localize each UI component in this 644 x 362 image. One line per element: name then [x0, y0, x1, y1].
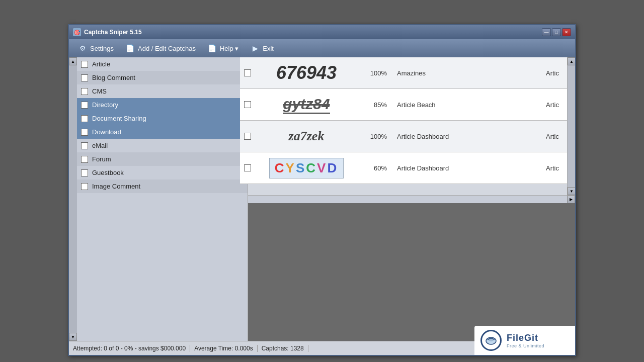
row4-captcha-image: CYSCVD [256, 154, 357, 182]
sidebar-item-cms[interactable]: CMS [77, 84, 248, 98]
left-scroll-down[interactable]: ▼ [69, 333, 77, 341]
menu-help-label: Help ▾ [220, 45, 238, 52]
row2-checkbox[interactable] [244, 101, 251, 108]
status-attempted: Attempted: 0 of 0 - 0% - savings $000.00… [73, 345, 190, 352]
menu-exit-label: Exit [263, 45, 274, 52]
sidebar-label-guestbook: Guestbook [92, 169, 124, 176]
filegit-icon [480, 330, 502, 351]
left-scroll-track [69, 65, 77, 333]
sidebar-item-forum[interactable]: Forum [77, 152, 248, 166]
sidebar-item-guestbook[interactable]: Guestbook [77, 166, 248, 179]
left-panel-area: ▲ ▼ Article Blog Comment C [69, 57, 240, 341]
row3-percent: 100% [362, 133, 387, 140]
checkbox-forum[interactable] [81, 156, 88, 163]
checkbox-directory[interactable] [81, 102, 88, 109]
menu-add-edit-label: Add / Edit Captchas [138, 45, 196, 52]
menu-add-edit[interactable]: 📄 Add / Edit Captchas [121, 42, 201, 55]
app-icon: 🎯 [73, 28, 81, 36]
sidebar-label-forum: Forum [92, 155, 111, 163]
sidebar-list: Article Blog Comment CMS Directory [77, 57, 248, 341]
row1-site: Amazines [392, 69, 541, 77]
left-scroll-up[interactable]: ▲ [69, 57, 77, 65]
row1-checkbox[interactable] [244, 69, 251, 76]
filegit-text-area: FileGit Free & Unlimited [507, 333, 544, 348]
minimize-button[interactable]: — [542, 28, 551, 36]
table-row: 676943 100% Amazines Artic [240, 57, 575, 89]
menu-exit[interactable]: ▶ Exit [246, 42, 279, 55]
checkbox-guestbook[interactable] [81, 169, 88, 176]
bottom-gray-area [240, 203, 575, 341]
row4-site: Article Dashboard [392, 164, 541, 172]
menu-settings[interactable]: ⚙ Settings [73, 42, 119, 55]
table-scrollbar-v: ▲ ▼ [567, 57, 575, 195]
sidebar-item-document-sharing[interactable]: Document Sharing [77, 112, 248, 125]
checkbox-article[interactable] [81, 61, 88, 68]
title-bar-left: 🎯 Captcha Sniper 5.15 [73, 28, 142, 36]
checkbox-cms[interactable] [81, 88, 88, 95]
checkbox-email[interactable] [81, 142, 88, 149]
sidebar-label-email: eMail [92, 142, 108, 149]
title-controls: — □ ✕ [542, 28, 571, 36]
filegit-tagline: Free & Unlimited [507, 343, 544, 348]
row4-checkbox[interactable] [244, 164, 251, 171]
sidebar-label-download: Download [92, 128, 121, 136]
sidebar-item-image-comment[interactable]: Image Comment [77, 179, 248, 193]
row3-checkbox[interactable] [244, 133, 251, 140]
row3-captcha-text: za7zek [289, 129, 325, 144]
checkbox-document-sharing[interactable] [81, 115, 88, 122]
table-scroll-track [568, 65, 575, 187]
title-bar: 🎯 Captcha Sniper 5.15 — □ ✕ [69, 25, 575, 39]
sidebar-label-document-sharing: Document Sharing [92, 115, 146, 122]
svg-point-1 [488, 337, 494, 341]
right-panel-area: ▲ ▼ 676943 100% Amazines Artic [240, 57, 575, 341]
sidebar-item-directory[interactable]: Directory [77, 98, 248, 112]
menu-bar: ⚙ Settings 📄 Add / Edit Captchas 📄 Help … [69, 39, 575, 57]
menu-settings-label: Settings [90, 45, 114, 52]
left-panel: Article Blog Comment CMS Directory [77, 57, 248, 341]
filegit-logo: FileGit Free & Unlimited [474, 326, 575, 355]
table-row: gytz84 85% Article Beach Artic [240, 89, 575, 121]
sidebar-label-image-comment: Image Comment [92, 183, 140, 190]
help-icon: 📄 [208, 44, 217, 53]
row4-captcha-text: CYSCVD [269, 158, 344, 178]
sidebar-item-email[interactable]: eMail [77, 139, 248, 152]
window-title: Captcha Sniper 5.15 [84, 29, 142, 36]
sidebar-item-download[interactable]: Download [77, 125, 248, 139]
row3-site: Article Dashboard [392, 133, 541, 140]
sidebar-item-article[interactable]: Article [77, 57, 248, 71]
checkbox-image-comment[interactable] [81, 183, 88, 190]
menu-help[interactable]: 📄 Help ▾ [203, 42, 244, 55]
row2-site: Article Beach [392, 101, 541, 109]
row1-captcha-image: 676943 [256, 59, 357, 86]
panels-row: ▲ ▼ Article Blog Comment C [69, 57, 575, 341]
row2-percent: 85% [362, 101, 387, 109]
sidebar-label-directory: Directory [92, 101, 118, 109]
row2-captcha-text: gytz84 [283, 96, 330, 114]
right-table-row: ▲ ▼ 676943 100% Amazines Artic [240, 57, 575, 195]
filegit-name: FileGit [507, 333, 544, 343]
table-scroll-up[interactable]: ▲ [568, 57, 575, 65]
table-row: za7zek 100% Article Dashboard Artic [240, 121, 575, 152]
status-bar: Attempted: 0 of 0 - 0% - savings $000.00… [69, 341, 575, 355]
maximize-button[interactable]: □ [552, 28, 561, 36]
row1-percent: 100% [362, 69, 387, 77]
add-edit-icon: 📄 [126, 44, 135, 53]
row3-captcha-image: za7zek [256, 123, 357, 150]
right-scrollbar-h: ◀ ▶ [240, 195, 575, 203]
row1-captcha-text: 676943 [276, 62, 337, 83]
sidebar-label-blog-comment: Blog Comment [92, 74, 135, 81]
close-button[interactable]: ✕ [562, 28, 571, 36]
sidebar-item-blog-comment[interactable]: Blog Comment [77, 71, 248, 84]
settings-icon: ⚙ [78, 44, 87, 53]
checkbox-download[interactable] [81, 129, 88, 136]
exit-icon: ▶ [251, 44, 260, 53]
main-window: 🎯 Captcha Sniper 5.15 — □ ✕ ⚙ Settings 📄… [68, 24, 576, 356]
table-scroll-down[interactable]: ▼ [568, 187, 575, 195]
h-scroll-right[interactable]: ▶ [567, 196, 575, 204]
status-captchas: Captchas: 1328 [258, 345, 308, 352]
table-area: ▲ ▼ 676943 100% Amazines Artic [240, 57, 575, 195]
row2-captcha-image: gytz84 [256, 91, 357, 118]
checkbox-blog-comment[interactable] [81, 74, 88, 81]
sidebar-label-cms: CMS [92, 87, 107, 95]
sidebar-label-article: Article [92, 60, 110, 68]
